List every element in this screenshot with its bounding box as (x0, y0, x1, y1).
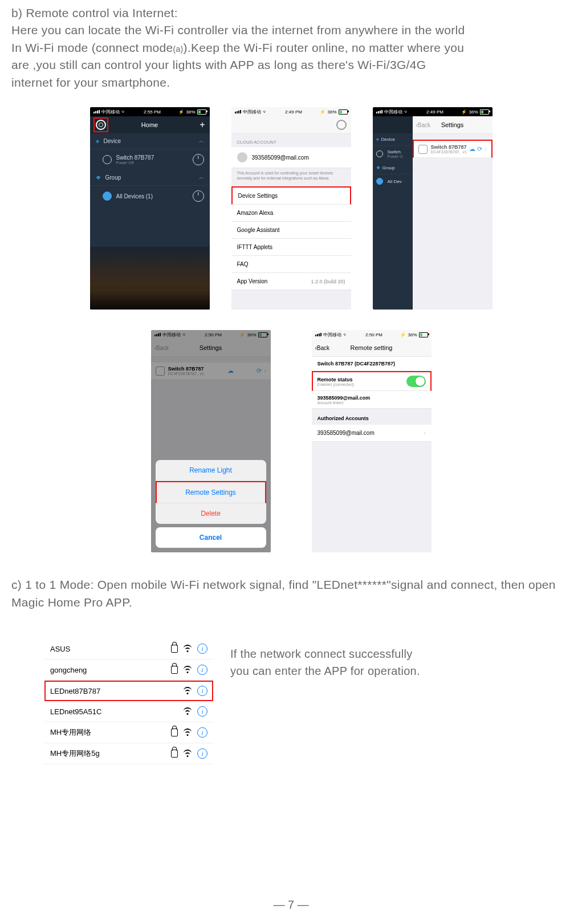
screenshots-row-2: 中国移动 ᯤ 2:50 PM ⚡36% ‹Back Settings Switc… (11, 330, 571, 552)
cloud-icon: ☁ (469, 145, 475, 153)
device-list-item[interactable]: Switch 87B787Power Off (90, 149, 210, 170)
remote-settings-button[interactable]: Remote Settings (156, 481, 266, 503)
power-icon[interactable] (193, 154, 204, 165)
google-cell[interactable]: Google Assistant (231, 222, 351, 239)
info-icon[interactable]: i (197, 644, 207, 654)
device-settings-cell[interactable]: Device Settings (231, 186, 351, 205)
section-b-line3: are ,you still can control your lights w… (11, 56, 571, 74)
device-title: Switch 87B787 (DC4F2287B787) (312, 357, 432, 371)
nav-title: Home (141, 121, 158, 128)
nav-title: Remote setting (351, 344, 393, 351)
cancel-button[interactable]: Cancel (156, 527, 266, 548)
screenshot-action-sheet: 中国移动 ᯤ 2:50 PM ⚡36% ‹Back Settings Switc… (151, 330, 271, 552)
account-cell[interactable]: 393585099@mail.comAccount linked (312, 391, 432, 409)
bulb-icon (103, 155, 112, 164)
settings-gear-highlighted[interactable] (93, 117, 108, 132)
status-bar: 中国移动 ᯤ 2:55 PM ⚡36% (90, 107, 210, 116)
screenshots-row-1: 中国移动 ᯤ 2:55 PM ⚡36% Home + ⎈ Device ︿ Sw… (11, 107, 571, 310)
settings-button[interactable] (336, 120, 347, 130)
battery-icon (197, 109, 206, 115)
home-strip: ⎈Device SwitchPower O ❖Group All Dev (373, 116, 413, 310)
wifi-row-asus[interactable]: ASUS i (44, 638, 213, 660)
info-icon[interactable]: i (197, 665, 207, 675)
wifi-row-gongcheng[interactable]: gongcheng i (44, 660, 213, 681)
plus-icon: + (200, 120, 205, 129)
battery-icon (480, 109, 489, 115)
wifi-icon (184, 687, 192, 695)
wifi-row-lednet-highlighted[interactable]: LEDnet87B787 i (44, 681, 213, 701)
chevron-up-icon: ︿ (199, 174, 204, 181)
remote-status-cell[interactable]: Remote statusEnabled (connected) (312, 371, 432, 391)
status-bar: 中国移动 ᯤ 2:50 PM ⚡36% (312, 330, 432, 339)
wifi-icon (184, 728, 192, 736)
navbar: ‹Back Remote setting (312, 339, 432, 357)
authorized-account-cell[interactable]: 393585099@mail.com › (312, 425, 432, 442)
link-icon: ⟳ (477, 145, 482, 153)
group-icon: ❖ (96, 174, 101, 181)
screenshot-remote-setting: 中国移动 ᯤ 2:50 PM ⚡36% ‹Back Remote setting… (312, 330, 432, 552)
battery-icon (339, 109, 348, 115)
back-button[interactable]: ‹Back (315, 345, 330, 351)
section-c-text: c) 1 to 1 Mode: Open mobile Wi-Fi networ… (11, 576, 571, 611)
wifi-row-lednet2[interactable]: LEDnet95A51C i (44, 701, 213, 722)
signal-bars-icon (315, 333, 321, 336)
add-button[interactable]: + (200, 120, 205, 129)
wifi-network-list: ASUS i gongcheng i LEDnet87B787 i LEDnet… (44, 638, 213, 764)
page-number: — 7 — (0, 898, 582, 911)
wifi-icon: ᯤ (121, 109, 126, 115)
wifi-row-mh5g[interactable]: MH专用网络5g i (44, 743, 213, 764)
info-icon[interactable]: i (197, 706, 207, 717)
settings-list: CLOUD ACCOUNT 393585099@mail.com This Ac… (231, 134, 351, 310)
section-b-line1: Here you can locate the Wi-Fi controller… (11, 22, 571, 39)
lock-icon (171, 728, 178, 736)
info-icon[interactable]: i (197, 748, 207, 759)
status-bar: 中国移动 ᯤ 2:49 PM ⚡36% (373, 107, 493, 116)
pin-icon: ⎈ (376, 137, 379, 142)
signal-bars-icon (376, 110, 382, 113)
alexa-cell[interactable]: Amazon Alexa (231, 205, 351, 222)
signal-bars-icon (93, 110, 100, 113)
battery-icon (419, 332, 428, 337)
wifi-success-note: If the network connect successfully you … (230, 638, 420, 679)
screenshot-cloud-settings: 中国移动 ᯤ 2:49 PM ⚡36% CLOUD ACCOUNT 393585… (231, 107, 351, 310)
delete-button[interactable]: Delete (156, 503, 266, 524)
group-section-header[interactable]: ❖ Group ︿ (90, 170, 210, 186)
faq-cell[interactable]: FAQ (231, 256, 351, 273)
toggle-switch[interactable] (406, 376, 426, 387)
authorized-accounts-label: Authorized Accounts (312, 409, 432, 425)
device-icon (418, 145, 428, 154)
section-b-text: b) Remote control via Internet: Here you… (11, 5, 571, 91)
navbar (231, 116, 351, 134)
power-icon[interactable] (193, 190, 204, 202)
back-button[interactable]: ‹Back (416, 122, 431, 128)
wifi-icon (184, 750, 192, 758)
section-b-heading: b) Remote control via Internet: (11, 5, 571, 22)
chevron-up-icon: ︿ (199, 137, 204, 145)
cloud-account-label: CLOUD ACCOUNT (231, 134, 351, 147)
wifi-icon (184, 707, 192, 715)
background-image (90, 247, 210, 310)
pin-icon: ⎈ (96, 138, 99, 144)
section-b-line2: In Wi-Fi mode (connect mode(a)).Keep the… (11, 39, 571, 56)
status-time: 2:55 PM (144, 109, 161, 115)
all-devices-item[interactable]: All Devices (1) (90, 186, 210, 206)
settings-panel: ‹Back Settings Switch 87B787DC4F2287B787… (413, 116, 493, 310)
screenshot-settings-split: 中国移动 ᯤ 2:49 PM ⚡36% ⎈Device SwitchPower … (373, 107, 493, 310)
device-section-header[interactable]: ⎈ Device ︿ (90, 133, 210, 149)
avatar-icon (237, 152, 247, 162)
info-icon[interactable]: i (197, 727, 207, 738)
status-bar: 中国移动 ᯤ 2:49 PM ⚡36% (231, 107, 351, 116)
bulb-icon (376, 150, 383, 157)
nav-title: Settings (441, 121, 464, 128)
wifi-row-mh[interactable]: MH专用网络 i (44, 722, 213, 743)
group-icon: ❖ (376, 165, 380, 170)
account-cell[interactable]: 393585099@mail.com (231, 147, 351, 168)
ifttt-cell[interactable]: IFTTT Applets (231, 239, 351, 256)
info-icon[interactable]: i (197, 686, 207, 696)
rename-button[interactable]: Rename Light (156, 460, 266, 481)
status-time: 2:49 PM (285, 109, 302, 115)
chevron-right-icon: › (424, 430, 425, 436)
device-setting-item[interactable]: Switch 87B787DC4F2287B787 , v1 ☁ ⟳ › (413, 140, 493, 158)
app-version-cell: App Version 1.2.0 (build 20) (231, 273, 351, 290)
navbar: ‹Back Settings (413, 116, 493, 134)
